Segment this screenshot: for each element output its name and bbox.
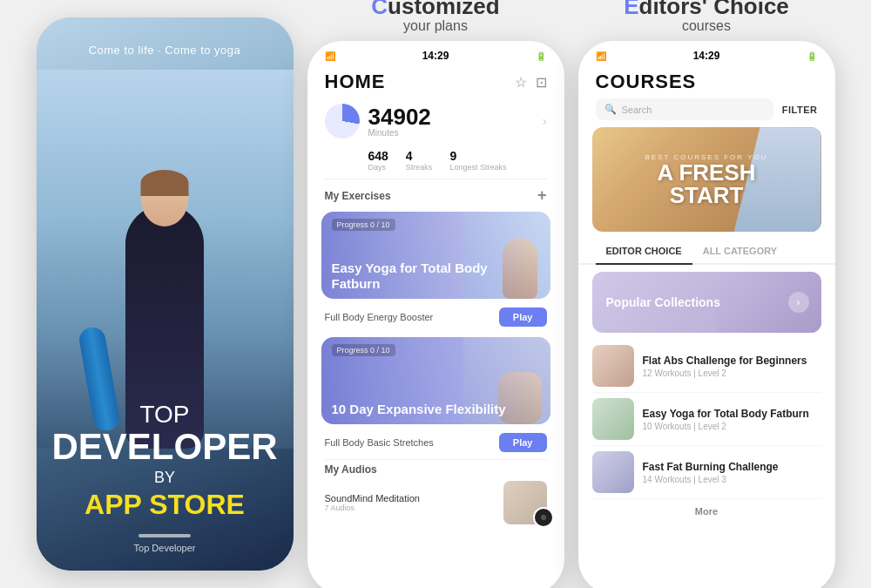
streak-streaks-lbl: Streaks [406,163,433,172]
exercise2-overlay: Progress 0 / 10 10 Day Expansive Flexibi… [321,337,550,424]
phone1-hero-area [37,70,294,449]
minutes-label: Minutes [368,128,431,138]
phone2-above-sub: your plans [371,18,499,34]
search-box[interactable]: 🔍 Search [596,98,773,120]
stats-row: 34902 Minutes › [307,97,564,145]
audio-disc [533,507,554,528]
filter-button[interactable]: FILTER [782,105,818,115]
streak-longest: 9 Longest Streaks [449,149,506,172]
phone3-above-sub: courses [624,18,789,34]
courses-title: COURSES [578,67,835,98]
phone1-tagline: Come to life · Come to yoga [89,44,241,57]
minutes-number: 34902 [368,105,431,128]
audios-label: My Audios [325,463,547,476]
course-thumb-2 [592,398,634,440]
more-button[interactable]: More [578,499,835,524]
audio1-count: 7 Audios [325,504,420,512]
customized-rest: ustomized [388,0,500,19]
audio1-label: SoundMind Meditation [325,493,420,504]
pie-chart [325,104,360,139]
star-icon[interactable]: ☆ [515,74,527,91]
minutes-display: 34902 Minutes [368,105,431,138]
top-label: TOP [37,402,294,429]
battery-icon: 🔋 [536,51,546,61]
course-info-1: Flat Abs Challenge for Beginners 12 Work… [643,355,821,378]
appstore-label: APP STORE [37,490,294,518]
course-title-2: Easy Yoga for Total Body Fatburn [643,408,821,420]
hair [141,170,189,196]
exercise2-play-button[interactable]: Play [499,433,547,452]
home-row: HOME ☆ ⊡ [307,67,564,97]
phone2-inner: 📶 14:29 🔋 HOME ☆ ⊡ 34902 [307,41,564,588]
phone2-above: Customized your plans [371,0,499,34]
streak-days: 648 Days [368,149,388,172]
course-thumb-1 [592,345,634,387]
home-icons: ☆ ⊡ [515,74,547,91]
exercise1-overlay: Progress 0 / 10 Easy Yoga for Total Body… [321,212,550,299]
app-wrapper: Come to life · Come to yoga [37,0,835,588]
phone2-status-bar: 📶 14:29 🔋 [307,41,564,67]
tablet-icon[interactable]: ⊡ [536,74,547,91]
developer-label: DEVELOPER [37,429,294,465]
phone2-wrapper: Customized your plans 📶 14:29 🔋 HOME ☆ ⊡ [307,0,564,588]
phone3-status-bar: 📶 14:29 🔋 [578,41,835,67]
exercise1-play-button[interactable]: Play [499,308,547,327]
stats-arrow[interactable]: › [543,114,547,128]
exercise2-sub-row: Full Body Basic Stretches Play [307,429,564,456]
exercise2-sub-label: Full Body Basic Stretches [325,437,434,448]
phone3-wrapper: Editors' Choice courses 📶 14:29 🔋 COURSE… [578,0,835,588]
courses-tabs: EDITOR CHOICE ALL CATEGORY [578,239,835,265]
wifi-icon: 📶 [325,51,335,61]
popular-arrow[interactable]: › [788,292,809,313]
course-meta-2: 10 Workouts | Level 2 [643,422,821,431]
wifi-icon-p3: 📶 [596,51,606,61]
editors-rest: ditors' Choice [639,0,789,19]
streak-days-lbl: Days [368,163,388,172]
phone2: 📶 14:29 🔋 HOME ☆ ⊡ 34902 [307,41,564,588]
tab-all-category[interactable]: ALL CATEGORY [692,239,787,263]
exercise1-progress: Progress 0 / 10 [332,219,395,231]
exercises-header: My Exercises + [307,179,564,208]
exercises-label: My Exercises [325,190,391,202]
course-title-1: Flat Abs Challenge for Beginners [643,355,821,367]
phone3-inner: 📶 14:29 🔋 COURSES 🔍 Search FILTER [578,41,835,588]
phone3-above-main: Editors' Choice [624,0,789,18]
phone1: Come to life · Come to yoga [37,17,294,571]
course-meta-3: 14 Workouts | Level 3 [643,475,821,484]
exercise1-sub-row: Full Body Energy Booster Play [307,304,564,330]
streak-days-num: 648 [368,149,388,163]
phone2-above-main: Customized [371,0,499,18]
streak-longest-lbl: Longest Streaks [449,163,506,172]
fresh-start-banner[interactable]: BEST COURSES FOR YOU A FRESH START [592,127,821,232]
audio-info: SoundMind Meditation 7 Audios [325,493,420,512]
course-meta-1: 12 Workouts | Level 2 [643,368,821,378]
list-item[interactable]: Flat Abs Challenge for Beginners 12 Work… [592,340,821,393]
phone3-above: Editors' Choice courses [624,0,789,34]
top-developer-label: Top Developer [37,543,294,553]
search-filter-row: 🔍 Search FILTER [578,98,835,127]
course-info-2: Easy Yoga for Total Body Fatburn 10 Work… [643,408,821,431]
exercise-card-2[interactable]: Progress 0 / 10 10 Day Expansive Flexibi… [321,337,550,424]
search-placeholder: Search [622,105,652,115]
popular-collections-card[interactable]: Popular Collections › [592,272,821,333]
home-indicator [138,534,191,537]
tab-editor-choice[interactable]: EDITOR CHOICE [596,239,692,263]
exercise1-title: Easy Yoga for Total Body Fatburn [332,260,540,292]
phone1-bottom-text: TOP DEVELOPER BY APP STORE [37,402,294,518]
course-title-3: Fast Fat Burning Challenge [643,461,821,473]
exercise-card-1[interactable]: Progress 0 / 10 Easy Yoga for Total Body… [321,212,550,299]
streak-streaks: 4 Streaks [406,149,433,172]
phone1-wrapper: Come to life · Come to yoga [37,17,294,571]
list-item[interactable]: Easy Yoga for Total Body Fatburn 10 Work… [592,393,821,446]
streaks-row: 648 Days 4 Streaks 9 Longest Streaks [307,145,564,179]
courses-list: Flat Abs Challenge for Beginners 12 Work… [578,340,835,499]
streak-longest-num: 9 [449,149,506,163]
add-exercise-button[interactable]: + [537,186,547,205]
course-thumb-3 [592,451,634,493]
audio-row: SoundMind Meditation 7 Audios [325,481,547,524]
phone2-time: 14:29 [422,50,449,62]
list-item[interactable]: Fast Fat Burning Challenge 14 Workouts |… [592,446,821,499]
audio1-thumb[interactable] [503,481,547,524]
exercise1-sub-label: Full Body Energy Booster [325,312,434,322]
phone1-footer: Top Developer [37,534,294,553]
